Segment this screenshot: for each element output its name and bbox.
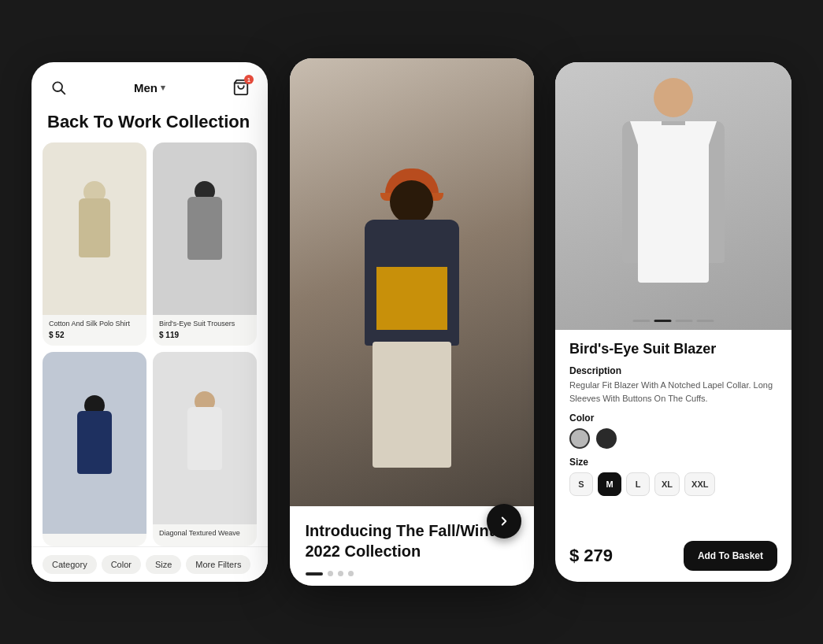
- product-name: Cotton And Silk Polo Shirt: [49, 320, 140, 329]
- size-xl[interactable]: XL: [654, 472, 680, 496]
- product-image: [153, 142, 257, 316]
- product-card[interactable]: Cotton And Silk Polo Shirt $ 52: [43, 142, 146, 346]
- product-grid: Cotton And Silk Polo Shirt $ 52 Bird's-E…: [32, 142, 268, 547]
- color-swatch-gray[interactable]: [569, 428, 590, 449]
- middle-screen: Introducing The Fall/Winter 2022 Collect…: [290, 58, 534, 586]
- product-card[interactable]: Bird's-Eye Suit Trousers $ 119: [153, 142, 257, 346]
- filter-more[interactable]: More Filters: [186, 555, 250, 574]
- product-figure: [67, 395, 122, 490]
- svg-line-1: [61, 91, 65, 94]
- slide-dot-active[interactable]: [306, 572, 323, 576]
- product-price: $ 52: [49, 331, 140, 339]
- filter-category[interactable]: Category: [43, 555, 97, 574]
- men-label: Men: [134, 81, 158, 94]
- lapel-left: [630, 121, 662, 168]
- blazer-figure: [602, 78, 744, 314]
- slide-dots: [306, 571, 518, 576]
- product-image: [43, 352, 146, 534]
- lapel-right: [685, 121, 717, 168]
- slide-dot[interactable]: [338, 571, 343, 576]
- slide-title: Introducing The Fall/Winter 2022 Collect…: [306, 520, 518, 561]
- cart-icon[interactable]: 1: [230, 76, 252, 98]
- screens-container: Men ▾ 1 Back To Work Collection Co: [0, 0, 823, 644]
- hero-dot[interactable]: [676, 320, 693, 322]
- product-info: Bird's-Eye Suit Trousers $ 119: [153, 315, 257, 346]
- hero-image-dots: [633, 320, 714, 322]
- color-label: Color: [569, 413, 777, 424]
- size-label: Size: [569, 457, 777, 468]
- product-info: Cotton And Silk Polo Shirt $ 52: [43, 315, 146, 346]
- filter-size[interactable]: Size: [146, 555, 181, 574]
- hero-figure: [333, 180, 491, 479]
- product-info: Diagonal Textured Weave: [153, 524, 257, 546]
- size-l[interactable]: L: [626, 472, 650, 496]
- head: [390, 180, 433, 224]
- price-display: $ 279: [569, 546, 613, 566]
- color-section: Color: [569, 413, 777, 449]
- hero-dot-active[interactable]: [654, 320, 672, 322]
- sweater: [376, 267, 447, 330]
- next-button[interactable]: [487, 504, 521, 539]
- men-menu[interactable]: Men ▾: [134, 81, 165, 94]
- price-and-add: $ 279 Add To Basket: [569, 541, 777, 571]
- product-info: [43, 534, 146, 546]
- size-xxl[interactable]: XXL: [684, 472, 715, 496]
- product-card[interactable]: Diagonal Textured Weave: [153, 352, 257, 546]
- product-card[interactable]: [43, 352, 146, 546]
- size-m[interactable]: M: [598, 472, 621, 496]
- filter-bar: Category Color Size More Filters: [32, 546, 268, 582]
- collection-title: Back To Work Collection: [32, 105, 268, 142]
- product-price: $ 119: [159, 331, 250, 339]
- size-s[interactable]: S: [569, 472, 593, 496]
- product-name: Diagonal Textured Weave: [159, 529, 250, 539]
- product-image: [153, 352, 257, 525]
- slide-dot[interactable]: [328, 571, 333, 576]
- pants: [373, 342, 451, 468]
- filter-color[interactable]: Color: [102, 555, 141, 574]
- add-to-basket-button[interactable]: Add To Basket: [684, 541, 777, 571]
- left-screen: Men ▾ 1 Back To Work Collection Co: [32, 62, 268, 582]
- product-figure: [67, 181, 122, 276]
- hero-dot[interactable]: [697, 320, 714, 322]
- description-text: Regular Fit Blazer With A Notched Lapel …: [569, 379, 777, 405]
- product-title: Bird's-Eye Suit Blazer: [569, 341, 777, 357]
- size-section: Size S M L XL XXL: [569, 457, 777, 496]
- hero-dot[interactable]: [633, 320, 651, 322]
- right-screen: Bird's-Eye Suit Blazer Description Regul…: [555, 62, 791, 582]
- size-options: S M L XL XXL: [569, 472, 777, 496]
- search-icon[interactable]: [47, 76, 69, 98]
- color-options: [569, 428, 777, 449]
- head: [654, 78, 693, 117]
- chevron-down-icon: ▾: [161, 83, 165, 93]
- cart-badge: 1: [244, 75, 254, 84]
- product-details: Bird's-Eye Suit Blazer Description Regul…: [555, 330, 791, 582]
- product-image: [43, 142, 146, 316]
- product-hero-image: [555, 62, 791, 330]
- color-swatch-black[interactable]: [596, 428, 617, 449]
- slide-dot[interactable]: [348, 571, 354, 576]
- description-section: Description Regular Fit Blazer With A No…: [569, 365, 777, 405]
- top-bar: Men ▾ 1: [32, 62, 268, 105]
- product-name: Bird's-Eye Suit Trousers: [159, 320, 250, 329]
- product-figure: [177, 391, 232, 486]
- product-figure: [177, 181, 232, 276]
- description-label: Description: [569, 365, 777, 376]
